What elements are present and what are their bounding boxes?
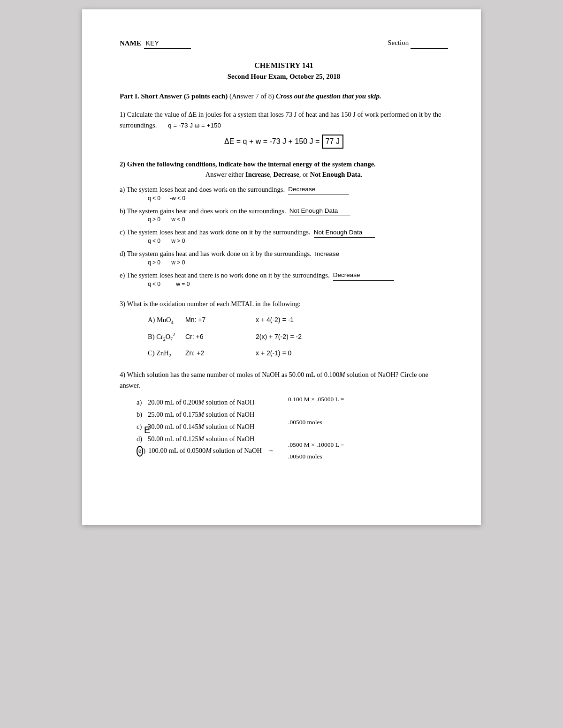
q4-content: E a) 20.00 mL of 0.200M solution of NaOH… <box>120 395 448 461</box>
q2-part-d: d) The system gains heat and has work do… <box>120 249 448 267</box>
q3-row-c: C) ZnH2 Zn: +2 x + 2(-1) = 0 <box>148 348 448 359</box>
q2a-label: a) The system loses heat and does work o… <box>120 186 287 193</box>
q3a-answer: Mn: +7 <box>185 315 223 325</box>
part1-instruction: (Answer 7 of 8) <box>229 92 274 100</box>
q2d-label: d) The system gains heat and has work do… <box>120 250 313 257</box>
q4a-label: a) <box>137 398 145 408</box>
q4-option-e: e) 100.00 mL of 0.0500M solution of NaOH… <box>137 446 274 456</box>
q4-calc-line2 <box>288 406 344 416</box>
exam-title-main: CHEMISTRY 141 <box>120 60 448 71</box>
exam-title: CHEMISTRY 141 Second Hour Exam, October … <box>120 60 448 82</box>
q4-calc-line5: .0500 M × .10000 L = <box>288 440 344 450</box>
q4e-text: 100.00 mL of 0.0500M solution of NaOH <box>148 446 262 456</box>
q2e-label: e) The system loses heat and there is no… <box>120 271 331 279</box>
q4-calc-line3: .00500 moles <box>288 418 344 427</box>
section-block: Section <box>388 38 448 49</box>
q4e-circled-label: e <box>137 446 143 456</box>
q4-option-b: b) 25.00 mL of 0.175M solution of NaOH <box>137 410 274 420</box>
section-line <box>411 38 448 49</box>
q1-answer: 77 J <box>322 135 343 149</box>
name-value: KEY <box>144 38 191 49</box>
q2-part-a: a) The system loses heat and does work o… <box>120 185 448 203</box>
q2e-note: q < 0 w = 0 <box>148 280 448 288</box>
q2a-answer: Decrease <box>288 185 349 195</box>
header-row: NAME KEY Section <box>120 38 448 49</box>
q4e-label: e) <box>137 446 145 456</box>
q2b-label: b) The system gains heat and does work o… <box>120 207 288 215</box>
q4b-label: b) <box>137 410 145 420</box>
q4-text: 4) Which solution has the same number of… <box>120 369 448 391</box>
q3a-calc: x + 4(-2) = -1 <box>256 315 294 325</box>
q3a-label: A) MnO4- <box>148 314 181 326</box>
q2c-label: c) The system loses heat and has work do… <box>120 228 312 236</box>
q4a-text: 20.00 mL of 0.200M solution of NaOH <box>148 398 254 408</box>
question-3: 3) What is the oxidation number of each … <box>120 299 448 360</box>
section-label: Section <box>388 39 409 46</box>
q2-text: 2) Given the following conditions, indic… <box>120 159 448 170</box>
q4-option-a: a) 20.00 mL of 0.200M solution of NaOH <box>137 398 274 408</box>
q2b-note: q > 0 w < 0 <box>148 215 448 224</box>
q1-inline-work: q = -73 J ω = +150 <box>168 122 221 129</box>
q2-part-e: e) The system loses heat and there is no… <box>120 270 448 288</box>
name-block: NAME KEY <box>120 38 191 49</box>
q3-table: A) MnO4- Mn: +7 x + 4(-2) = -1 B) Cr2O72… <box>148 314 448 359</box>
q4-e-marker: E <box>144 423 150 437</box>
exam-page: NAME KEY Section CHEMISTRY 141 Second Ho… <box>82 9 481 525</box>
q4b-text: 25.00 mL of 0.175M solution of NaOH <box>148 410 254 420</box>
q3c-calc: x + 2(-1) = 0 <box>256 348 291 358</box>
q2d-answer: Increase <box>315 249 376 259</box>
question-1: 1) Calculate the value of ΔE in joules f… <box>120 109 448 149</box>
q3-row-b: B) Cr2O72- Cr: +6 2(x) + 7(-2) = -2 <box>148 331 448 343</box>
q3b-calc: 2(x) + 7(-2) = -2 <box>256 332 302 342</box>
q3-text: 3) What is the oxidation number of each … <box>120 299 448 309</box>
q2-center-instruction: Answer either Increase, Decrease, or Not… <box>120 170 448 180</box>
part1-italic: Cross out the question that you skip. <box>276 92 381 100</box>
q4-options: a) 20.00 mL of 0.200M solution of NaOH b… <box>137 398 274 461</box>
q4-e-marker-area: E <box>120 395 137 461</box>
name-label: NAME <box>120 38 141 49</box>
q4c-text: 30.00 mL of 0.145M solution of NaOH <box>148 422 254 432</box>
q3c-answer: Zn: +2 <box>185 348 223 358</box>
q4d-text: 50.00 mL of 0.125M solution of NaOH <box>148 434 254 444</box>
part1-header: Part I. Short Answer (5 points each) (An… <box>120 91 448 102</box>
q1-math: ΔE = q + w = -73 J + 150 J = 77 J <box>120 135 448 149</box>
question-2: 2) Given the following conditions, indic… <box>120 159 448 288</box>
q2c-note: q < 0 w > 0 <box>148 237 448 245</box>
q4-calcs: 0.100 M × .05000 L = .00500 moles .0500 … <box>288 395 344 461</box>
question-4: 4) Which solution has the same number of… <box>120 369 448 461</box>
q3b-answer: Cr: +6 <box>185 332 223 342</box>
q2a-note: q < 0 -w < 0 <box>148 194 448 203</box>
exam-title-sub: Second Hour Exam, October 25, 2018 <box>120 71 448 82</box>
q3-row-a: A) MnO4- Mn: +7 x + 4(-2) = -1 <box>148 314 448 326</box>
q4-calc-line4 <box>288 429 344 438</box>
q3b-label: B) Cr2O72- <box>148 331 181 343</box>
q4e-arrow: → <box>267 446 274 456</box>
q1-text: 1) Calculate the value of ΔE in joules f… <box>120 109 448 131</box>
q4-calc-line6: .00500 moles <box>288 452 344 461</box>
q2d-note: q > 0 w > 0 <box>148 258 448 267</box>
q2b-answer: Not Enough Data <box>289 206 350 216</box>
q2c-answer: Not Enough Data <box>314 228 375 238</box>
part1-label: Part I. Short Answer (5 points each) <box>120 92 228 100</box>
q4-option-c: c) 30.00 mL of 0.145M solution of NaOH <box>137 422 274 432</box>
q4-option-d: d) 50.00 mL of 0.125M solution of NaOH <box>137 434 274 444</box>
q2-part-b: b) The system gains heat and does work o… <box>120 206 448 224</box>
q2e-answer: Decrease <box>333 270 394 280</box>
q4-calc-line1: 0.100 M × .05000 L = <box>288 395 344 404</box>
q3c-label: C) ZnH2 <box>148 348 181 359</box>
q2-part-c: c) The system loses heat and has work do… <box>120 227 448 245</box>
